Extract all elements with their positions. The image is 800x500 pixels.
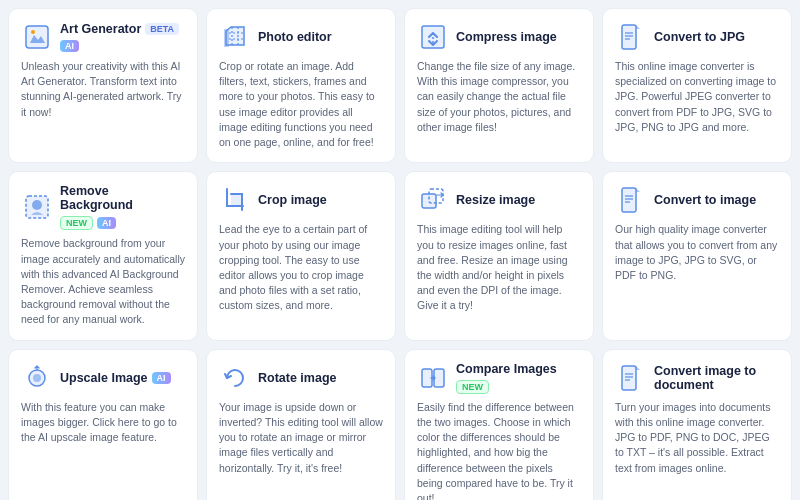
card-description: Crop or rotate an image. Add filters, te…	[219, 59, 383, 150]
badge-new: NEW	[60, 216, 93, 230]
card-title-text: Compress image	[456, 30, 557, 44]
card-description: Lead the eye to a certain part of your p…	[219, 222, 383, 313]
card-header: Convert to image	[615, 184, 779, 216]
card-title-text: Convert to JPG	[654, 30, 745, 44]
svg-rect-15	[422, 194, 436, 208]
card-header: Compare Images NEW	[417, 362, 581, 394]
card-title: Crop image	[258, 193, 327, 207]
card-description: Change the file size of any image. With …	[417, 59, 581, 135]
crop-icon	[219, 184, 251, 216]
card-description: Remove background from your image accura…	[21, 236, 185, 327]
card-header: Photo editor	[219, 21, 383, 53]
badge-new: NEW	[456, 380, 489, 394]
art-icon	[21, 21, 53, 53]
card-title: Compare Images NEW	[456, 362, 581, 394]
remove-bg-icon	[21, 191, 53, 223]
compress-icon	[417, 21, 449, 53]
doc-icon	[615, 184, 647, 216]
photo-icon	[219, 21, 251, 53]
card-header: Upscale Image AI	[21, 362, 185, 394]
card-description: Easily find the difference between the t…	[417, 400, 581, 500]
card-description: Turn your images into documents with thi…	[615, 400, 779, 476]
card-header: Convert image to document	[615, 362, 779, 394]
card-rotate-image[interactable]: Rotate image Your image is upside down o…	[206, 349, 396, 500]
card-title-text: Remove Background	[60, 184, 185, 212]
card-description: Unleash your creativity with this AI Art…	[21, 59, 185, 120]
doc-icon	[615, 362, 647, 394]
card-title-text: Resize image	[456, 193, 535, 207]
badge-ai: AI	[152, 372, 171, 384]
card-art-generator[interactable]: Art Generator BETAAI Unleash your creati…	[8, 8, 198, 163]
card-title: Remove Background NEWAI	[60, 184, 185, 230]
card-photo-editor[interactable]: Photo editor Crop or rotate an image. Ad…	[206, 8, 396, 163]
card-title-text: Rotate image	[258, 371, 337, 385]
card-title-area: Art Generator BETAAI	[60, 22, 185, 52]
rotate-icon	[219, 362, 251, 394]
card-description: This online image converter is specializ…	[615, 59, 779, 135]
card-compress-image[interactable]: Compress image Change the file size of a…	[404, 8, 594, 163]
card-convert-image-to-document[interactable]: Convert image to document Turn your imag…	[602, 349, 792, 500]
card-header: Remove Background NEWAI	[21, 184, 185, 230]
card-header: Compress image	[417, 21, 581, 53]
card-title-text: Convert to image	[654, 193, 756, 207]
card-title: Convert to image	[654, 193, 756, 207]
card-compare-images[interactable]: Compare Images NEW Easily find the diffe…	[404, 349, 594, 500]
svg-point-1	[31, 30, 35, 34]
badge-ai: AI	[60, 40, 79, 52]
svg-rect-8	[622, 25, 636, 49]
card-title-text: Compare Images	[456, 362, 557, 376]
card-title: Convert image to document	[654, 364, 779, 392]
card-description: Our high quality image converter that al…	[615, 222, 779, 283]
resize-icon	[417, 184, 449, 216]
card-title-area: Compress image	[456, 30, 557, 44]
card-crop-image[interactable]: Crop image Lead the eye to a certain par…	[206, 171, 396, 340]
card-title-area: Upscale Image AI	[60, 371, 171, 385]
card-title-area: Photo editor	[258, 30, 332, 44]
card-title: Convert to JPG	[654, 30, 745, 44]
card-header: Convert to JPG	[615, 21, 779, 53]
card-title: Rotate image	[258, 371, 337, 385]
card-convert-to-jpg[interactable]: Convert to JPG This online image convert…	[602, 8, 792, 163]
card-convert-to-image[interactable]: Convert to image Our high quality image …	[602, 171, 792, 340]
svg-rect-17	[622, 188, 636, 212]
upscale-icon	[21, 362, 53, 394]
svg-rect-25	[622, 366, 636, 390]
card-header: Rotate image	[219, 362, 383, 394]
card-title-area: Remove Background NEWAI	[60, 184, 185, 230]
card-title-text: Upscale Image	[60, 371, 148, 385]
card-title: Art Generator BETAAI	[60, 22, 185, 52]
card-title-area: Compare Images NEW	[456, 362, 581, 394]
card-title-area: Crop image	[258, 193, 327, 207]
card-resize-image[interactable]: Resize image This image editing tool wil…	[404, 171, 594, 340]
card-title-text: Photo editor	[258, 30, 332, 44]
card-description: With this feature you can make images bi…	[21, 400, 185, 446]
card-title: Compress image	[456, 30, 557, 44]
card-header: Resize image	[417, 184, 581, 216]
card-header: Art Generator BETAAI	[21, 21, 185, 53]
badge-ai: AI	[97, 217, 116, 229]
card-title: Resize image	[456, 193, 535, 207]
card-title-text: Art Generator	[60, 22, 141, 36]
compare-icon	[417, 362, 449, 394]
card-title-area: Convert to image	[654, 193, 756, 207]
tools-grid: Art Generator BETAAI Unleash your creati…	[0, 0, 800, 500]
card-title-area: Resize image	[456, 193, 535, 207]
card-description: This image editing tool will help you to…	[417, 222, 581, 313]
svg-point-13	[32, 200, 42, 210]
card-title-text: Crop image	[258, 193, 327, 207]
card-title: Photo editor	[258, 30, 332, 44]
card-title-area: Rotate image	[258, 371, 337, 385]
svg-rect-0	[26, 26, 48, 48]
badge-beta: BETA	[145, 23, 179, 35]
card-description: Your image is upside down or inverted? T…	[219, 400, 383, 476]
card-upscale-image[interactable]: Upscale Image AI With this feature you c…	[8, 349, 198, 500]
card-header: Crop image	[219, 184, 383, 216]
card-remove-background[interactable]: Remove Background NEWAI Remove backgroun…	[8, 171, 198, 340]
card-title-text: Convert image to document	[654, 364, 779, 392]
card-title-area: Convert image to document	[654, 364, 779, 392]
card-title: Upscale Image AI	[60, 371, 171, 385]
svg-rect-14	[231, 194, 242, 206]
svg-point-22	[33, 374, 41, 382]
card-title-area: Convert to JPG	[654, 30, 745, 44]
doc-icon	[615, 21, 647, 53]
